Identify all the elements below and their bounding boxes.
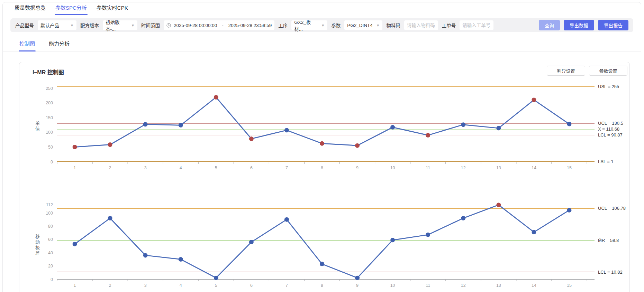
x-tick-label: 4 <box>180 283 182 288</box>
query-button[interactable]: 查询 <box>539 20 560 30</box>
x-tick-label: 3 <box>144 283 147 288</box>
parameter-value: PG2_DINT4 <box>347 23 373 28</box>
y-tick-label: 40 <box>48 251 53 255</box>
process-label: 工序 <box>278 22 288 29</box>
x-tick-label: 9 <box>356 283 359 288</box>
limit-label: LSL = 1 <box>598 159 614 164</box>
data-point[interactable] <box>532 230 536 234</box>
clock-icon <box>166 23 171 28</box>
process-value: GX2_板材... <box>294 18 319 32</box>
top-tab-bar: 质量数据总览 参数SPC分析 参数实时CPK <box>3 2 641 15</box>
data-point-violation[interactable] <box>214 95 218 100</box>
material-code-label: 物料码 <box>386 22 400 29</box>
i-chart: 123456789101112131415050100150200250USL … <box>19 73 629 173</box>
mr-chart: 123456789101112131415020406080100112UCL … <box>19 196 629 292</box>
data-point[interactable] <box>390 125 395 130</box>
work-order-label: 工单号 <box>442 22 456 29</box>
x-tick-label: 8 <box>321 166 323 170</box>
data-point[interactable] <box>567 122 571 126</box>
data-point[interactable] <box>320 262 324 266</box>
limit-label: LCL = 10.82 <box>598 270 623 275</box>
x-tick-label: 15 <box>567 166 572 170</box>
x-tick-label: 1 <box>74 166 76 170</box>
work-order-input[interactable] <box>460 20 493 30</box>
time-end-value: 2025-09-28 23:59:59 <box>228 23 272 28</box>
data-point[interactable] <box>143 253 148 257</box>
data-point[interactable] <box>143 122 148 126</box>
data-point[interactable] <box>179 123 183 128</box>
data-point-violation[interactable] <box>320 141 324 146</box>
data-point-violation[interactable] <box>108 142 112 147</box>
data-point[interactable] <box>390 238 395 242</box>
recipe-version-select[interactable]: 初始版本-... ▼ <box>103 20 137 30</box>
product-model-value: 默认产品 <box>40 22 59 29</box>
x-tick-label: 12 <box>461 166 466 170</box>
sub-tab-bar: 控制图 能力分析 <box>3 37 641 51</box>
x-tick-label: 1 <box>74 283 76 288</box>
data-point-violation[interactable] <box>355 143 360 148</box>
parameter-label: 参数 <box>331 22 341 29</box>
y-tick-label: 112 <box>46 202 53 207</box>
parameter-select[interactable]: PG2_DINT4 ▼ <box>344 20 382 30</box>
tab-parameter-spc-analysis[interactable]: 参数SPC分析 <box>51 1 92 15</box>
data-point[interactable] <box>73 242 77 246</box>
data-point-violation[interactable] <box>249 136 254 141</box>
data-point[interactable] <box>108 216 112 220</box>
limit-label: UCL = 130.5 <box>598 121 623 126</box>
x-tick-label: 8 <box>321 283 323 288</box>
x-tick-label: 2 <box>109 283 111 288</box>
data-point-violation[interactable] <box>496 202 501 207</box>
data-point[interactable] <box>179 257 183 262</box>
recipe-version-label: 配方版本 <box>80 22 99 29</box>
data-point[interactable] <box>567 208 571 213</box>
export-report-button[interactable]: 导出报告 <box>598 20 628 30</box>
data-point[interactable] <box>461 216 465 220</box>
tab-quality-data-overview[interactable]: 质量数据总览 <box>10 1 51 15</box>
data-point-violation[interactable] <box>426 133 430 138</box>
y-tick-label: 0 <box>51 160 53 164</box>
product-model-select[interactable]: 默认产品 ▼ <box>38 20 76 30</box>
x-tick-label: 6 <box>250 166 253 170</box>
data-point-violation[interactable] <box>532 98 536 102</box>
tab-capability-analysis[interactable]: 能力分析 <box>42 37 76 51</box>
y-tick-label: 250 <box>46 86 53 91</box>
material-code-input[interactable] <box>404 20 438 30</box>
filter-bar: 产品型号 默认产品 ▼ 配方版本 初始版本-... ▼ 时间范围 2025-09… <box>10 18 633 32</box>
data-point[interactable] <box>426 233 430 237</box>
x-tick-label: 9 <box>356 166 359 170</box>
data-point[interactable] <box>496 126 501 130</box>
time-start-value: 2025-09-28 00:00:00 <box>174 23 217 28</box>
data-point[interactable] <box>461 122 465 127</box>
time-range-picker[interactable]: 2025-09-28 00:00:00 - 2025-09-28 23:59:5… <box>164 20 274 30</box>
y-tick-label: 0 <box>51 277 53 282</box>
tab-parameter-realtime-cpk[interactable]: 参数实时CPK <box>92 1 133 15</box>
limit-label: M̄R = 58.8 <box>598 238 619 243</box>
imr-chart-card: I–MR 控制图 判异设置 参数设置 单值 123456789101112131… <box>19 62 630 292</box>
data-point[interactable] <box>249 240 254 244</box>
x-tick-label: 7 <box>285 283 288 288</box>
limit-label: UCL = 106.78 <box>598 206 626 211</box>
product-model-label: 产品型号 <box>15 22 34 29</box>
x-tick-label: 14 <box>532 283 536 288</box>
data-point-violation[interactable] <box>73 145 77 149</box>
series-line <box>75 205 569 278</box>
chevron-down-icon: ▼ <box>321 23 325 27</box>
data-point[interactable] <box>284 217 289 222</box>
data-point[interactable] <box>355 276 360 280</box>
x-tick-label: 4 <box>180 166 182 170</box>
series-line <box>75 97 569 147</box>
time-range-label: 时间范围 <box>141 22 160 29</box>
x-tick-label: 11 <box>426 166 430 170</box>
x-tick-label: 14 <box>532 166 536 170</box>
x-tick-label: 3 <box>144 166 147 170</box>
time-range-separator: - <box>220 23 226 28</box>
x-tick-label: 11 <box>426 283 430 288</box>
tab-control-chart[interactable]: 控制图 <box>12 37 42 51</box>
data-point[interactable] <box>284 128 289 132</box>
export-data-button[interactable]: 导出数据 <box>564 20 594 30</box>
data-point[interactable] <box>214 276 218 280</box>
process-select[interactable]: GX2_板材... ▼ <box>291 20 327 30</box>
x-tick-label: 10 <box>390 283 395 288</box>
recipe-version-value: 初始版本-... <box>106 18 129 32</box>
main-panel: 质量数据总览 参数SPC分析 参数实时CPK 产品型号 默认产品 ▼ 配方版本 … <box>2 2 641 292</box>
